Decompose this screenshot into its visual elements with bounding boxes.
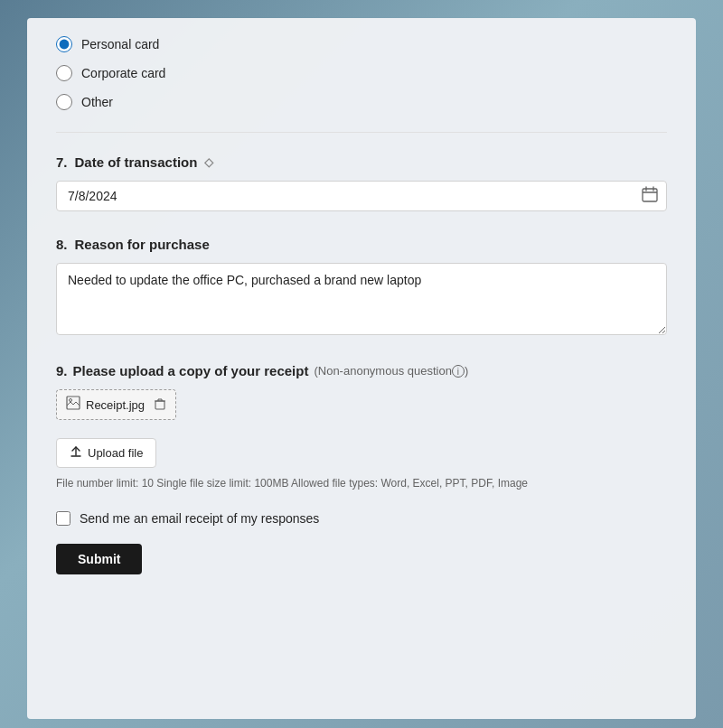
radio-personal-card-label: Personal card bbox=[81, 37, 159, 51]
file-list: Receipt.jpg bbox=[56, 389, 667, 429]
section-7-number: 7. bbox=[56, 154, 68, 170]
section-9-title: 9. Please upload a copy of your receipt … bbox=[56, 363, 667, 378]
svg-rect-6 bbox=[155, 401, 164, 409]
section-reason-for-purchase: 8. Reason for purchase Needed to update … bbox=[56, 237, 667, 338]
edit-icon[interactable]: ◇ bbox=[204, 155, 213, 169]
file-name: Receipt.jpg bbox=[86, 398, 145, 412]
payment-type-radio-group: Personal card Corporate card Other bbox=[56, 36, 667, 110]
date-input-wrapper bbox=[56, 181, 667, 211]
section-7-title: 7. Date of transaction ◇ bbox=[56, 154, 667, 170]
delete-file-icon[interactable] bbox=[154, 397, 166, 413]
section-9-number: 9. bbox=[56, 363, 68, 378]
radio-personal-card-input[interactable] bbox=[56, 36, 72, 52]
radio-other-label: Other bbox=[81, 95, 113, 109]
section-date-of-transaction: 7. Date of transaction ◇ bbox=[56, 154, 667, 211]
svg-rect-4 bbox=[67, 397, 80, 409]
svg-point-5 bbox=[70, 399, 72, 402]
radio-other[interactable]: Other bbox=[56, 94, 667, 110]
info-icon[interactable]: i bbox=[452, 365, 465, 378]
file-info-text: File number limit: 10 Single file size l… bbox=[56, 477, 667, 490]
form-card: Personal card Corporate card Other 7. Da… bbox=[27, 18, 696, 719]
section-7-label: Date of transaction bbox=[75, 154, 198, 170]
email-receipt-row: Send me an email receipt of my responses bbox=[56, 511, 667, 526]
upload-file-button[interactable]: Upload file bbox=[56, 438, 156, 468]
radio-personal-card[interactable]: Personal card bbox=[56, 36, 667, 52]
radio-corporate-card-input[interactable] bbox=[56, 65, 72, 81]
file-item[interactable]: Receipt.jpg bbox=[56, 389, 176, 420]
non-anonymous-text: (Non-anonymous questioni) bbox=[314, 364, 468, 378]
file-image-icon bbox=[66, 396, 80, 414]
email-receipt-label: Send me an email receipt of my responses bbox=[80, 511, 319, 526]
section-8-title: 8. Reason for purchase bbox=[56, 237, 667, 252]
section-upload-receipt: 9. Please upload a copy of your receipt … bbox=[56, 363, 667, 490]
radio-corporate-card[interactable]: Corporate card bbox=[56, 65, 667, 81]
section-8-number: 8. bbox=[56, 237, 68, 252]
email-receipt-checkbox[interactable] bbox=[56, 511, 70, 526]
section-9-label: Please upload a copy of your receipt bbox=[73, 363, 309, 378]
upload-arrow-icon bbox=[70, 445, 82, 461]
divider-1 bbox=[56, 132, 667, 133]
reason-textarea[interactable]: Needed to update the office PC, purchase… bbox=[56, 263, 667, 335]
submit-button[interactable]: Submit bbox=[56, 544, 142, 574]
section-8-label: Reason for purchase bbox=[75, 237, 210, 252]
radio-corporate-card-label: Corporate card bbox=[81, 66, 165, 80]
upload-button-label: Upload file bbox=[88, 446, 143, 460]
radio-other-input[interactable] bbox=[56, 94, 72, 110]
date-input[interactable] bbox=[56, 181, 667, 211]
